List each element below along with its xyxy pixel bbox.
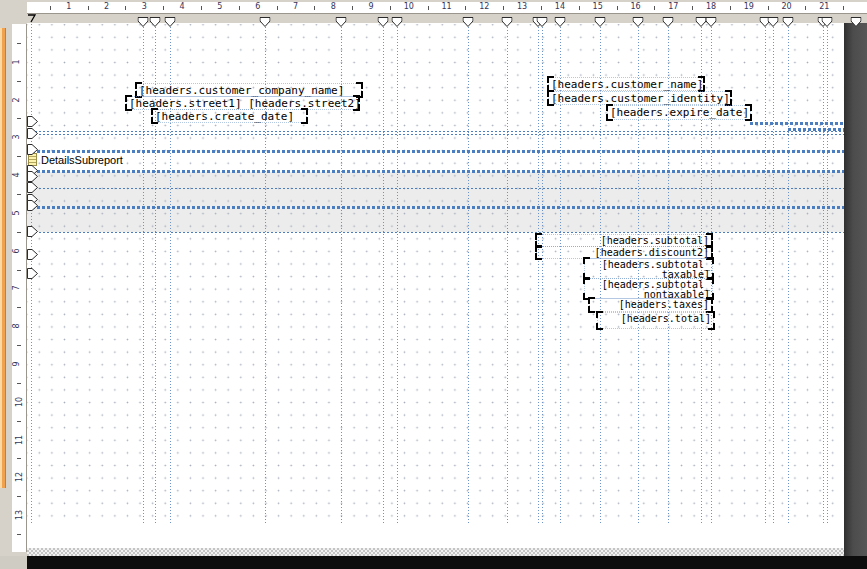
column-marker-icon[interactable] [392, 13, 403, 31]
field-corner-handle[interactable] [706, 245, 713, 252]
field-corner-handle[interactable] [583, 257, 590, 264]
column-marker-icon[interactable] [768, 13, 779, 31]
field-corner-handle[interactable] [606, 114, 613, 121]
band-background [27, 152, 844, 170]
band-marker-icon[interactable] [27, 265, 38, 283]
h-ruler-number: 3 [142, 2, 147, 11]
field-corner-handle[interactable] [588, 306, 595, 313]
guide-line [468, 24, 469, 525]
field-corner-handle[interactable] [356, 82, 363, 89]
v-ruler-number: 9 [12, 361, 21, 366]
guide-line [383, 24, 384, 525]
field-corner-handle[interactable] [301, 108, 308, 115]
field-corner-handle[interactable] [606, 104, 613, 111]
band-separator-line[interactable] [27, 206, 844, 209]
band-separator-line[interactable] [27, 134, 844, 135]
field-customer-company-name[interactable]: [headers.customer_company_name] [136, 83, 362, 97]
band-separator-line[interactable] [27, 170, 844, 173]
field-subtotal-taxable[interactable]: [headers.subtotal_taxable] [584, 258, 713, 279]
field-corner-handle[interactable] [547, 76, 554, 83]
column-marker-icon[interactable] [260, 13, 271, 31]
h-ruler-tick [390, 6, 391, 10]
vertical-ruler[interactable]: 12345678910111213 [11, 23, 27, 556]
v-ruler-number: 7 [12, 286, 21, 291]
h-ruler-tick [579, 6, 580, 10]
column-marker-icon[interactable] [851, 13, 862, 31]
field-corner-handle[interactable] [151, 117, 158, 124]
h-ruler-tick [730, 6, 731, 10]
field-corner-handle[interactable] [588, 297, 595, 304]
column-marker-icon[interactable] [555, 13, 566, 31]
band-separator-line[interactable] [27, 150, 844, 153]
field-text: [headers.customer_company_name] [137, 84, 361, 96]
field-corner-handle[interactable] [125, 104, 132, 111]
details-subreport-object[interactable]: DetailsSubreport [28, 151, 123, 168]
v-ruler-tick [17, 194, 21, 195]
band-separator-line[interactable] [27, 188, 844, 189]
field-corner-handle[interactable] [125, 95, 132, 102]
column-marker-icon[interactable] [822, 13, 833, 31]
band-marker-icon[interactable] [27, 141, 38, 159]
field-corner-handle[interactable] [353, 104, 360, 111]
field-corner-handle[interactable] [151, 108, 158, 115]
field-taxes[interactable]: [headers.taxes] [589, 298, 712, 312]
band-separator-line[interactable] [27, 232, 844, 233]
field-corner-handle[interactable] [708, 311, 715, 318]
h-ruler-number: 2 [104, 2, 109, 11]
column-marker-icon[interactable] [165, 13, 176, 31]
field-text: [headers.expire_date] [608, 106, 750, 118]
h-ruler-number: 11 [441, 2, 451, 11]
field-text: [headers.street1] [headers.street2] [127, 97, 358, 109]
field-corner-handle[interactable] [706, 297, 713, 304]
field-corner-handle[interactable] [707, 277, 714, 284]
h-ruler-number: 16 [630, 2, 640, 11]
column-marker-icon[interactable] [150, 13, 161, 31]
field-corner-handle[interactable] [725, 90, 732, 97]
field-corner-handle[interactable] [353, 95, 360, 102]
field-expire-date[interactable]: [headers.expire_date] [607, 105, 751, 120]
field-corner-handle[interactable] [698, 76, 705, 83]
column-marker-icon[interactable] [537, 13, 548, 31]
band-marker-icon[interactable] [27, 246, 38, 264]
column-marker-icon[interactable] [633, 13, 644, 31]
field-corner-handle[interactable] [135, 82, 142, 89]
h-ruler-number: 18 [706, 2, 716, 11]
column-marker-icon[interactable] [502, 13, 513, 31]
field-corner-handle[interactable] [583, 277, 590, 284]
field-subtotal-nontaxable[interactable]: [headers.subtotal_nontaxable] [584, 278, 713, 299]
column-marker-icon[interactable] [663, 13, 674, 31]
field-total[interactable]: [headers.total] [597, 312, 714, 329]
field-corner-handle[interactable] [745, 114, 752, 121]
column-marker-icon[interactable] [783, 13, 794, 31]
h-ruler-number: 19 [744, 2, 754, 11]
field-corner-handle[interactable] [708, 323, 715, 330]
column-marker-icon[interactable] [378, 13, 389, 31]
band-marker-icon[interactable] [27, 223, 38, 241]
docked-panel-edge[interactable] [0, 28, 6, 488]
field-customer-name[interactable]: [headers.customer_name] [548, 77, 704, 91]
field-corner-handle[interactable] [707, 257, 714, 264]
column-marker-icon[interactable] [138, 13, 149, 31]
field-corner-handle[interactable] [596, 311, 603, 318]
field-corner-handle[interactable] [547, 99, 554, 106]
band-separator-line[interactable] [27, 131, 844, 132]
field-corner-handle[interactable] [535, 245, 542, 252]
field-corner-handle[interactable] [535, 233, 542, 240]
field-corner-handle[interactable] [301, 117, 308, 124]
field-street[interactable]: [headers.street1] [headers.street2] [126, 96, 359, 110]
field-corner-handle[interactable] [596, 323, 603, 330]
column-marker-icon[interactable] [595, 13, 606, 31]
column-marker-icon[interactable] [706, 13, 717, 31]
field-corner-handle[interactable] [535, 253, 542, 260]
band-marker-icon[interactable] [27, 197, 38, 215]
field-create-date[interactable]: [headers.create_date] [152, 109, 307, 123]
h-ruler-number: 5 [217, 2, 222, 11]
field-corner-handle[interactable] [745, 104, 752, 111]
column-marker-icon[interactable] [336, 13, 347, 31]
field-corner-handle[interactable] [706, 233, 713, 240]
column-marker-icon[interactable] [463, 13, 474, 31]
horizontal-ruler[interactable]: 123456789101112131415161718192021 [0, 0, 867, 23]
h-ruler-tick [163, 6, 164, 10]
field-customer-identity[interactable]: [headers.customer_identity] [548, 91, 731, 105]
field-corner-handle[interactable] [547, 90, 554, 97]
